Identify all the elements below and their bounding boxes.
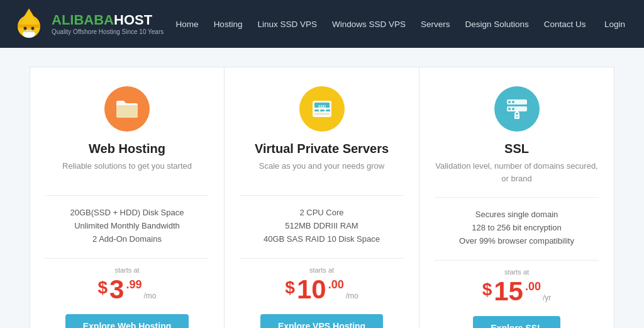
svg-rect-10 (320, 110, 325, 111)
price-main-1: 3 (109, 276, 124, 303)
starts-at-1: starts at (114, 266, 139, 274)
price-period-3: /yr (543, 293, 551, 302)
svg-point-15 (508, 101, 511, 103)
ssd-icon: SSD (310, 97, 334, 121)
price-main-2: 10 (297, 276, 326, 303)
nav-linux-vps[interactable]: Linux SSD VPS (251, 16, 323, 33)
price-main-3: 15 (494, 278, 523, 305)
svg-rect-12 (314, 113, 330, 115)
nav-login[interactable]: Login (598, 16, 631, 33)
starts-at-3: starts at (504, 268, 529, 276)
feature-item: 128 to 256 bit encryption (435, 221, 599, 234)
price-row-1: $ 3 .99 /mo (98, 276, 157, 303)
explore-web-hosting-button[interactable]: Explore Web Hosting (65, 314, 189, 328)
price-dollar-2: $ (285, 279, 295, 297)
web-hosting-subtitle: Reliable solutions to get you started (62, 160, 192, 183)
vps-features: 2 CPU Core 512MB DDRIII RAM 40GB SAS RAI… (240, 206, 404, 246)
feature-item: 2 CPU Core (240, 206, 404, 219)
svg-point-17 (508, 108, 511, 110)
svg-text:SSD: SSD (318, 105, 326, 108)
ssl-features: Secures single domain 128 to 256 bit enc… (435, 208, 599, 247)
nav-links: Home Hosting Linux SSD VPS Windows SSD V… (164, 16, 598, 33)
svg-rect-9 (314, 110, 319, 111)
main-nav: ALIBABAHOST Quality Offshore Hosting Sin… (0, 0, 644, 48)
vps-subtitle: Scale as you and your needs grow (259, 160, 384, 183)
price-cents-3: .00 (525, 281, 541, 292)
card-web-hosting: Web Hosting Reliable solutions to get yo… (30, 67, 225, 328)
logo-text: ALIBABAHOST Quality Offshore Hosting Sin… (52, 13, 164, 35)
divider-3b (435, 260, 599, 261)
starts-at-2: starts at (309, 266, 334, 274)
logo: ALIBABAHOST Quality Offshore Hosting Sin… (13, 8, 164, 40)
cards-section: Web Hosting Reliable solutions to get yo… (0, 48, 644, 328)
nav-servers[interactable]: Servers (414, 16, 457, 33)
folder-icon (115, 99, 139, 119)
feature-item: Secures single domain (435, 208, 599, 221)
feature-item: 2 Add-On Domains (45, 232, 209, 246)
svg-point-3 (24, 27, 27, 30)
divider-3a (435, 197, 599, 198)
nav-home[interactable]: Home (170, 16, 205, 33)
card-ssl: SSL Validation level, number of domains … (419, 67, 614, 328)
explore-vps-button[interactable]: Explore VPS Hosting (260, 314, 383, 328)
nav-design-solutions[interactable]: Design Solutions (459, 16, 535, 33)
price-row-2: $ 10 .00 /mo (285, 276, 358, 303)
vps-icon-wrap: SSD (299, 86, 345, 132)
vps-title: Virtual Private Servers (255, 142, 389, 156)
feature-item: 20GB(SSD + HDD) Disk Space (45, 206, 209, 219)
web-hosting-features: 20GB(SSD + HDD) Disk Space Unlimited Mon… (45, 206, 209, 246)
svg-point-20 (516, 116, 517, 117)
ssl-server-icon (504, 97, 530, 121)
feature-item: 40GB SAS RAID 10 Disk Space (240, 232, 404, 246)
price-row-3: $ 15 .00 /yr (482, 278, 552, 305)
feature-item: Unlimited Monthly Bandwidth (45, 219, 209, 232)
svg-rect-2 (18, 25, 40, 28)
divider-1b (45, 258, 209, 259)
web-hosting-title: Web Hosting (89, 142, 165, 156)
price-period-1: /mo (143, 291, 156, 300)
logo-host: HOST (114, 12, 152, 28)
nav-hosting[interactable]: Hosting (208, 16, 249, 33)
card-vps: SSD Virtual Private Servers Scale as you… (225, 67, 419, 328)
svg-point-18 (512, 108, 514, 110)
logo-icon (13, 8, 45, 40)
explore-ssl-button[interactable]: Explore SSL (473, 316, 560, 328)
price-period-2: /mo (346, 291, 358, 300)
svg-marker-1 (19, 9, 39, 25)
web-hosting-icon-wrap (104, 86, 150, 132)
nav-windows-vps[interactable]: Windows SSD VPS (326, 16, 412, 33)
ssl-icon-wrap (494, 86, 540, 132)
feature-item: 512MB DDRIII RAM (240, 219, 404, 232)
divider-2b (240, 258, 404, 259)
svg-point-16 (512, 101, 514, 103)
price-dollar-3: $ (482, 281, 492, 298)
divider-1a (45, 195, 209, 196)
price-cents-1: .99 (126, 279, 142, 290)
svg-point-4 (31, 27, 35, 30)
svg-rect-11 (326, 110, 330, 111)
ssl-title: SSL (504, 142, 529, 156)
divider-2a (240, 195, 404, 196)
price-dollar-1: $ (98, 279, 108, 297)
logo-alibaba: ALIBABA (52, 12, 114, 28)
price-cents-2: .00 (328, 279, 344, 290)
feature-item: Over 99% browser compatibility (435, 234, 599, 247)
ssl-subtitle: Validation level, number of domains secu… (435, 160, 599, 184)
logo-tagline: Quality Offshore Hosting Since 10 Years (52, 28, 164, 35)
nav-contact[interactable]: Contact Us (538, 16, 592, 33)
